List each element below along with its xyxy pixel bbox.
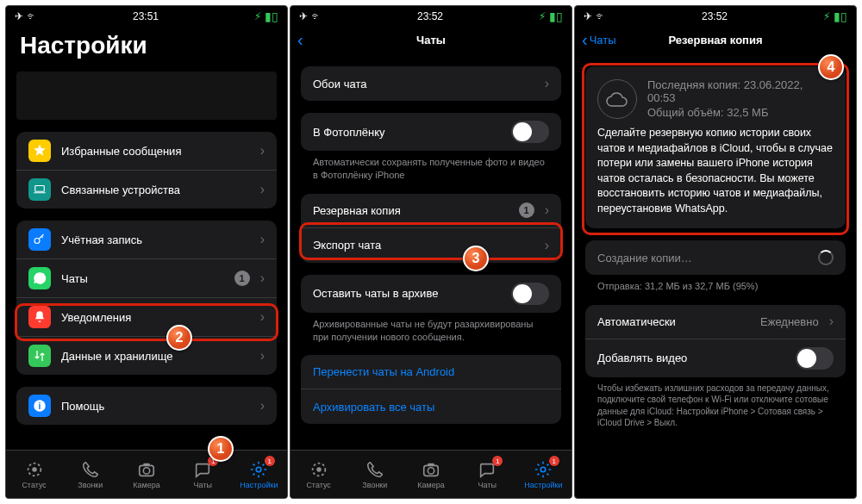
badge: 1 [265, 456, 275, 466]
footnote: Автоматически сохранять полученные фото … [301, 151, 561, 182]
svg-point-13 [428, 467, 434, 473]
svg-rect-8 [143, 463, 149, 465]
cloud-icon [597, 79, 637, 119]
tab-bar: СтатусЗвонкиКамераЧаты1Настройки1 [6, 450, 287, 498]
row-export-chat[interactable]: Экспорт чата› [301, 228, 561, 263]
tab-chats[interactable]: Чаты1 [459, 451, 515, 498]
row-Учётная запись[interactable]: Учётная запись› [16, 221, 277, 259]
chevron-icon: › [545, 76, 549, 91]
tab-camera[interactable]: Камера [403, 451, 459, 498]
chevron-icon: › [260, 398, 265, 414]
arrows-icon [28, 345, 51, 367]
svg-point-7 [143, 467, 149, 473]
chevron-icon: › [260, 182, 265, 197]
profile-row[interactable] [16, 72, 277, 120]
nav-title: Чаты [416, 34, 446, 47]
row-Чаты[interactable]: Чаты1› [16, 259, 277, 298]
tab-settings[interactable]: Настройки1 [515, 451, 572, 498]
chevron-icon: › [260, 143, 265, 159]
page-title: Настройки [6, 25, 287, 68]
switch-camera-roll[interactable] [511, 121, 549, 143]
row-Уведомления[interactable]: Уведомления› [16, 298, 277, 337]
switch-keep-archived[interactable] [511, 283, 549, 305]
row-Помощь[interactable]: iПомощь› [16, 387, 277, 425]
badge: 1 [549, 456, 559, 466]
screen-backup: ✈︎ ᯤ 23:52 ⚡︎▮▯ ‹Чаты Резервная копия По… [574, 5, 857, 499]
row-Избранные сообщения[interactable]: Избранные сообщения› [16, 132, 277, 171]
row-keep-archived[interactable]: Оставить чаты в архиве [301, 275, 561, 313]
tab-status[interactable]: Статус [290, 451, 347, 498]
footnote: Чтобы избежать излишних расходов за пере… [585, 377, 846, 429]
nav-title: Резервная копия [668, 34, 762, 47]
row-backup[interactable]: Резервная копия 1 › [301, 194, 561, 228]
marker-1: 1 [208, 436, 234, 462]
row-include-video[interactable]: Добавлять видео [585, 339, 846, 377]
tab-calls[interactable]: Звонки [347, 451, 403, 498]
svg-rect-14 [428, 463, 434, 465]
badge: 1 [492, 456, 503, 466]
bell-icon [28, 306, 51, 328]
last-backup-label: Последняя копия: 23.06.2022, 00:53 [647, 78, 834, 104]
status-bar: ✈︎ ᯤ 23:51 ⚡︎▮▯ [6, 6, 287, 25]
chevron-icon: › [260, 271, 265, 286]
tab-settings[interactable]: Настройки1 [231, 451, 287, 498]
spinner-icon [818, 250, 834, 265]
total-size-label: Общий объём: 32,5 МБ [647, 106, 834, 119]
svg-text:i: i [39, 401, 41, 411]
row-auto-backup[interactable]: Автоматически Ежедневно › [585, 305, 846, 339]
chevron-icon: › [260, 309, 265, 325]
wa-icon [28, 267, 51, 289]
row-creating-backup: Создание копии… [585, 240, 846, 275]
svg-point-11 [316, 467, 322, 472]
back-button[interactable]: ‹ [297, 30, 303, 50]
info-icon: i [28, 395, 51, 417]
badge: 1 [519, 202, 534, 218]
row-move-android[interactable]: Перенести чаты на Android [301, 355, 561, 389]
row-archive-all[interactable]: Архивировать все чаты [301, 389, 561, 424]
tab-camera[interactable]: Камера [118, 451, 174, 498]
chevron-icon: › [545, 202, 549, 218]
nav-bar: ‹ Чаты [290, 25, 572, 54]
screen-chats-settings: ✈︎ ᯤ 23:52 ⚡︎▮▯ ‹ Чаты Обои чата› В Фото… [290, 5, 572, 499]
marker-4: 4 [818, 54, 844, 80]
row-Данные и хранилище[interactable]: Данные и хранилище› [16, 337, 277, 375]
status-bar: ✈︎ ᯤ 23:52 ⚡︎▮▯ [290, 6, 572, 25]
badge: 1 [234, 271, 250, 286]
svg-point-15 [541, 467, 547, 472]
svg-point-9 [257, 467, 262, 472]
status-bar: ✈︎ ᯤ 23:52 ⚡︎▮▯ [575, 6, 856, 25]
chevron-icon: › [260, 348, 265, 364]
marker-3: 3 [463, 246, 489, 271]
tab-calls[interactable]: Звонки [62, 451, 118, 498]
backup-description: Сделайте резервную копию истории своих ч… [597, 126, 834, 216]
screen-settings: ✈︎ ᯤ 23:51 ⚡︎▮▯ Настройки Избранные сооб… [5, 5, 288, 499]
svg-point-5 [32, 467, 37, 472]
progress-label: Отправка: 31,2 МБ из 32,7 МБ (95%) [585, 275, 846, 293]
chevron-icon: › [829, 314, 834, 329]
footnote: Архивированные чаты не будут разархивиро… [301, 313, 561, 344]
row-Связанные устройства[interactable]: Связанные устройства› [16, 171, 277, 208]
key-icon [28, 228, 51, 251]
tab-bar: СтатусЗвонкиКамераЧаты1Настройки1 [290, 450, 572, 498]
backup-summary: Последняя копия: 23.06.2022, 00:53 Общий… [585, 66, 846, 228]
switch-include-video[interactable] [796, 347, 834, 370]
chevron-icon: › [260, 232, 265, 247]
row-save-to-camera-roll[interactable]: В Фотоплёнку [301, 113, 561, 151]
star-icon [28, 140, 51, 162]
svg-rect-0 [35, 186, 45, 192]
marker-2: 2 [166, 325, 192, 351]
back-button[interactable]: ‹Чаты [582, 30, 616, 50]
chevron-icon: › [545, 238, 549, 253]
svg-point-1 [34, 239, 40, 244]
tab-status[interactable]: Статус [6, 451, 62, 498]
nav-bar: ‹Чаты Резервная копия [575, 25, 856, 54]
laptop-icon [28, 178, 51, 201]
row-wallpaper[interactable]: Обои чата› [301, 66, 561, 101]
